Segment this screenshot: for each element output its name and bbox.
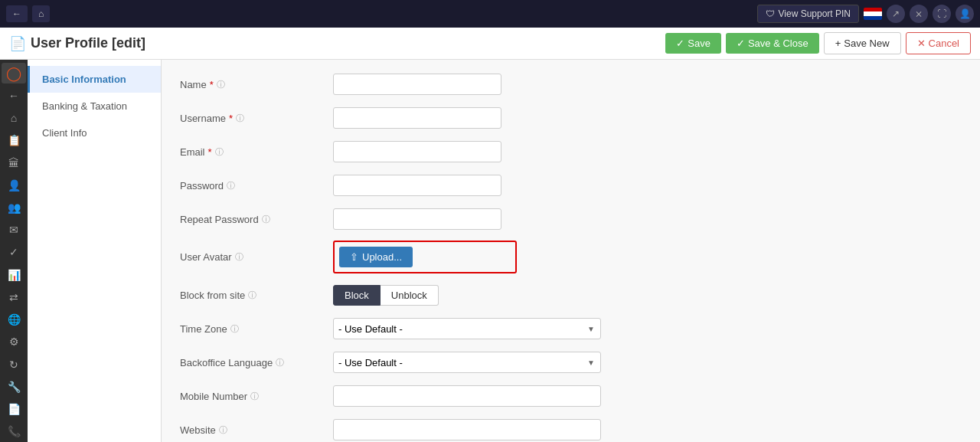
save-button[interactable]: ✓ Save: [665, 33, 721, 54]
shield-icon: 🛡: [766, 8, 775, 19]
backoffice-language-row: Backoffice Language ⓘ - Use Default -: [180, 350, 962, 375]
mobile-number-info-icon: ⓘ: [250, 391, 259, 402]
website-input[interactable]: [333, 419, 601, 440]
mobile-number-row: Mobile Number ⓘ: [180, 384, 962, 408]
name-info-icon: ⓘ: [217, 79, 225, 90]
block-from-site-label: Block from site ⓘ: [180, 290, 333, 301]
email-info-icon: ⓘ: [215, 146, 224, 158]
page-title: 📄 User Profile [edit]: [9, 35, 145, 52]
name-label: Name * ⓘ: [180, 79, 333, 90]
email-row: Email * ⓘ: [180, 139, 962, 164]
username-info-icon: ⓘ: [236, 113, 244, 124]
email-required: *: [208, 146, 212, 158]
password-input[interactable]: [333, 175, 501, 196]
password-info-icon: ⓘ: [227, 180, 235, 192]
block-toggle-group: Block Unblock: [333, 285, 439, 306]
mobile-number-input[interactable]: [333, 385, 601, 407]
sidebar-institution[interactable]: 🏛: [2, 152, 26, 173]
name-row: Name * ⓘ: [180, 72, 962, 97]
timezone-select[interactable]: - Use Default -: [333, 318, 601, 339]
website-label: Website ⓘ: [180, 424, 333, 436]
backoffice-language-select-wrapper: - Use Default -: [333, 352, 601, 373]
block-button[interactable]: Block: [333, 285, 381, 306]
sidebar-wrench[interactable]: 🔧: [2, 376, 26, 397]
content-area: Name * ⓘ Username * ⓘ Email * ⓘ: [162, 60, 980, 442]
sidebar-home[interactable]: ⌂: [2, 107, 26, 128]
website-row: Website ⓘ: [180, 417, 962, 442]
user-avatar-row: User Avatar ⓘ ⇧ Upload...: [180, 241, 962, 273]
sidebar-refresh[interactable]: ↻: [2, 354, 26, 375]
flag-icon[interactable]: [864, 8, 882, 20]
nav-item-client-info[interactable]: Client Info: [28, 120, 161, 146]
save-close-button[interactable]: ✓ Save & Close: [726, 33, 819, 54]
upload-button[interactable]: ⇧ Upload...: [339, 247, 413, 267]
mobile-number-label: Mobile Number ⓘ: [180, 391, 333, 402]
save-icon: ✓: [676, 38, 684, 49]
username-required: *: [229, 113, 233, 124]
save-close-icon: ✓: [737, 38, 745, 49]
sidebar-mail[interactable]: ✉: [2, 220, 26, 241]
email-label: Email * ⓘ: [180, 146, 333, 158]
sidebar-back[interactable]: ←: [2, 85, 26, 106]
plus-icon: +: [835, 38, 841, 49]
upload-icon: ⇧: [350, 251, 358, 263]
timezone-row: Time Zone ⓘ - Use Default -: [180, 316, 962, 341]
action-bar: 📄 User Profile [edit] ✓ Save ✓ Save & Cl…: [0, 28, 980, 60]
sidebar-settings[interactable]: ⚙: [2, 332, 26, 352]
sidebar-globe[interactable]: 🌐: [2, 309, 26, 330]
username-row: Username * ⓘ: [180, 106, 962, 130]
joomla-icon[interactable]: ⨯: [910, 5, 928, 23]
back-button[interactable]: ←: [6, 5, 28, 22]
block-info-icon: ⓘ: [248, 290, 256, 301]
user-avatar-label: User Avatar ⓘ: [180, 251, 333, 263]
username-input[interactable]: [333, 107, 501, 129]
cancel-icon: ✕: [917, 38, 926, 49]
top-bar: ← ⌂ 🛡 View Support PIN ↗ ⨯ ⛶ 👤: [0, 0, 980, 28]
sidebar-user[interactable]: 👤: [2, 175, 26, 195]
backoffice-language-label: Backoffice Language ⓘ: [180, 357, 333, 368]
timezone-select-wrapper: - Use Default -: [333, 318, 601, 339]
external-link-icon[interactable]: ↗: [887, 5, 905, 23]
name-required: *: [210, 79, 214, 90]
email-input[interactable]: [333, 141, 501, 162]
nav-item-banking-taxation[interactable]: Banking & Taxation: [28, 93, 161, 120]
page-icon: 📄: [9, 35, 26, 52]
sidebar-phone[interactable]: 📞: [2, 421, 26, 442]
home-button[interactable]: ⌂: [32, 5, 50, 22]
save-new-button[interactable]: + Save New: [824, 32, 901, 54]
sidebar-logo[interactable]: ◯: [2, 63, 26, 83]
cancel-button[interactable]: ✕ Cancel: [906, 32, 971, 54]
website-info-icon: ⓘ: [219, 424, 227, 436]
password-label: Password ⓘ: [180, 180, 333, 192]
backoffice-language-select[interactable]: - Use Default -: [333, 352, 601, 373]
sidebar-document[interactable]: 📄: [2, 399, 26, 420]
sidebar-transfer[interactable]: ⇄: [2, 286, 26, 307]
backoffice-language-info-icon: ⓘ: [276, 357, 284, 368]
repeat-password-input[interactable]: [333, 208, 501, 230]
nav-sidebar: Basic Information Banking & Taxation Cli…: [28, 60, 162, 442]
unblock-button[interactable]: Unblock: [381, 285, 439, 306]
password-row: Password ⓘ: [180, 173, 962, 198]
block-from-site-row: Block from site ⓘ Block Unblock: [180, 283, 962, 307]
fullscreen-icon[interactable]: ⛶: [933, 5, 951, 23]
avatar-upload-area: ⇧ Upload...: [333, 241, 517, 273]
icon-sidebar: ◯ ← ⌂ 📋 🏛 👤 👥 ✉ ✓ 📊 ⇄ 🌐 ⚙ ↻ 🔧 📄 📞: [0, 60, 28, 442]
support-pin-button[interactable]: 🛡 View Support PIN: [757, 5, 860, 23]
repeat-password-label: Repeat Password ⓘ: [180, 214, 333, 225]
repeat-password-info-icon: ⓘ: [262, 214, 270, 225]
nav-item-basic-information[interactable]: Basic Information: [28, 66, 161, 93]
user-account-icon[interactable]: 👤: [956, 5, 974, 23]
sidebar-clipboard[interactable]: 📋: [2, 130, 26, 151]
sidebar-chart[interactable]: 📊: [2, 264, 26, 285]
name-input[interactable]: [333, 74, 501, 95]
timezone-info-icon: ⓘ: [230, 323, 239, 335]
sidebar-check[interactable]: ✓: [2, 242, 26, 263]
username-label: Username * ⓘ: [180, 113, 333, 124]
main-layout: ◯ ← ⌂ 📋 🏛 👤 👥 ✉ ✓ 📊 ⇄ 🌐 ⚙ ↻ 🔧 📄 📞 Basic …: [0, 60, 980, 442]
timezone-label: Time Zone ⓘ: [180, 323, 333, 335]
top-bar-left: ← ⌂: [6, 5, 50, 22]
repeat-password-row: Repeat Password ⓘ: [180, 207, 962, 231]
sidebar-group[interactable]: 👥: [2, 197, 26, 218]
user-avatar-info-icon: ⓘ: [235, 251, 243, 263]
